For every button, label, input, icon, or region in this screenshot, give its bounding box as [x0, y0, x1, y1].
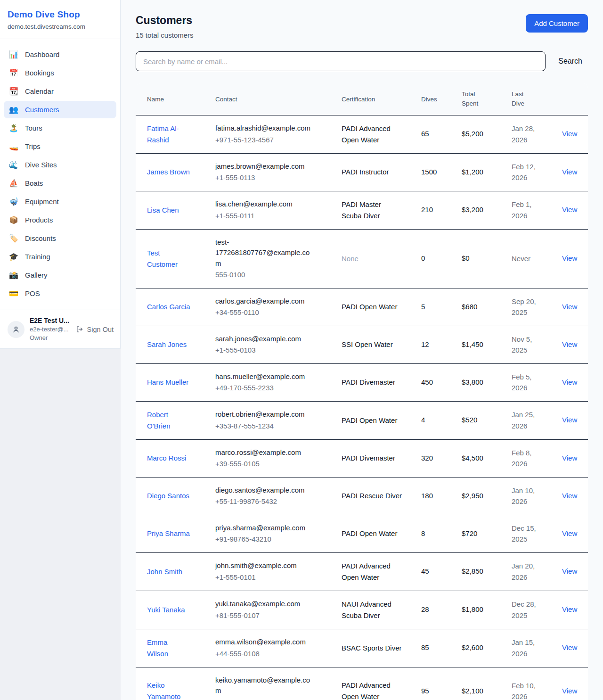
customer-phone: +81-90-1234-5678	[215, 697, 332, 700]
search-input[interactable]	[136, 51, 546, 71]
customer-name-link[interactable]: Diego Santos	[147, 490, 189, 502]
customer-last-dive: Jan 10, 2026	[512, 485, 546, 507]
view-link[interactable]: View	[562, 454, 577, 462]
sidebar-item-dashboard[interactable]: 📊 Dashboard	[4, 46, 116, 63]
customer-email: keiko.yamamoto@example.com	[215, 675, 312, 696]
avatar	[8, 321, 24, 338]
sidebar-item-label: Boats	[25, 179, 43, 187]
sidebar-item-dive-sites[interactable]: 🌊 Dive Sites	[4, 156, 116, 173]
search-button[interactable]: Search	[558, 57, 582, 66]
view-link[interactable]: View	[562, 567, 577, 575]
sidebar-item-trips[interactable]: 🚤 Trips	[4, 138, 116, 155]
view-link[interactable]: View	[562, 643, 577, 651]
view-link[interactable]: View	[562, 687, 577, 695]
customer-dives: 210	[421, 206, 433, 214]
customer-total-spent: $1,800	[462, 605, 483, 613]
customer-dives: 12	[421, 340, 429, 348]
sidebar-item-label: Training	[25, 253, 50, 261]
sign-out-button[interactable]: Sign Out	[76, 325, 114, 333]
user-role: Owner	[30, 334, 71, 342]
page-header-text: Customers 15 total customers	[136, 14, 194, 39]
view-link[interactable]: View	[562, 492, 577, 500]
user-footer: E2E Test U... e2e-tester@... Owner Sign …	[0, 310, 120, 348]
customer-phone: +91-98765-43210	[215, 534, 332, 545]
customer-name-link[interactable]: Yuki Tanaka	[147, 604, 185, 616]
customer-name-link[interactable]: James Brown	[147, 166, 190, 178]
customer-name-link[interactable]: Emma Wilson	[147, 637, 190, 659]
customer-total-spent: $2,950	[462, 492, 483, 500]
customer-last-dive: Feb 1, 2026	[512, 199, 546, 221]
customer-total-spent: $720	[462, 529, 477, 537]
customer-name-link[interactable]: Carlos Garcia	[147, 301, 190, 313]
view-link[interactable]: View	[562, 206, 577, 214]
customer-name-link[interactable]: Keiko Yamamoto	[147, 680, 190, 700]
add-customer-button[interactable]: Add Customer	[526, 14, 588, 33]
view-link[interactable]: View	[562, 529, 577, 537]
view-link[interactable]: View	[562, 340, 577, 348]
sidebar-item-gallery[interactable]: 📸 Gallery	[4, 266, 116, 284]
sidebar-item-customers[interactable]: 👥 Customers	[4, 101, 116, 118]
customer-email: diego.santos@example.com	[215, 485, 312, 496]
customer-last-dive: Sep 20, 2025	[512, 296, 546, 318]
customer-email: yuki.tanaka@example.com	[215, 599, 312, 609]
discounts-icon: 🏷️	[8, 235, 19, 242]
customer-email: hans.mueller@example.com	[215, 371, 312, 382]
customer-last-dive: Dec 15, 2025	[512, 523, 546, 545]
customer-name-link[interactable]: Sarah Jones	[147, 339, 187, 350]
sidebar-item-calendar[interactable]: 📆 Calendar	[4, 82, 116, 100]
sidebar-item-label: Gallery	[25, 271, 48, 279]
customer-dives: 85	[421, 643, 429, 651]
customer-last-dive: Jan 15, 2026	[512, 637, 546, 659]
customer-certification: PADI Open Water	[342, 301, 403, 313]
sidebar-item-bookings[interactable]: 📅 Bookings	[4, 64, 116, 82]
customer-email: john.smith@example.com	[215, 560, 312, 571]
bookings-icon: 📅	[8, 69, 19, 77]
dive-sites-icon: 🌊	[8, 161, 19, 169]
customer-last-dive: Nov 5, 2025	[512, 334, 546, 356]
customer-name-link[interactable]: Test Customer	[147, 247, 190, 270]
tours-icon: 🏝️	[8, 124, 19, 132]
table-row: Priya Sharma priya.sharma@example.com +9…	[136, 515, 588, 552]
view-link[interactable]: View	[562, 168, 577, 176]
customer-name-link[interactable]: Fatima Al-Rashid	[147, 123, 190, 146]
col-header-dives: Dives	[421, 83, 462, 115]
customer-dives: 28	[421, 605, 429, 613]
sidebar-item-label: Equipment	[25, 198, 59, 206]
sidebar-item-training[interactable]: 🎓 Training	[4, 248, 116, 265]
sidebar-item-label: Bookings	[25, 69, 54, 77]
shop-subdomain: demo.test.divestreams.com	[8, 23, 113, 30]
customer-name-link[interactable]: Hans Mueller	[147, 377, 188, 388]
customer-name-link[interactable]: Priya Sharma	[147, 528, 190, 539]
view-link[interactable]: View	[562, 130, 577, 138]
customer-dives: 180	[421, 492, 433, 500]
customer-name-link[interactable]: Marco Rossi	[147, 453, 186, 464]
customer-email: emma.wilson@example.com	[215, 637, 312, 648]
user-name: E2E Test U...	[30, 317, 71, 324]
view-link[interactable]: View	[562, 303, 577, 311]
customer-name-link[interactable]: Robert O'Brien	[147, 409, 190, 432]
sidebar-item-boats[interactable]: ⛵ Boats	[4, 174, 116, 192]
view-link[interactable]: View	[562, 605, 577, 613]
sidebar-item-discounts[interactable]: 🏷️ Discounts	[4, 230, 116, 247]
customers-table: Name Contact Certification Dives Total S…	[136, 83, 588, 700]
sidebar-item-tours[interactable]: 🏝️ Tours	[4, 119, 116, 137]
table-row: Yuki Tanaka yuki.tanaka@example.com +81-…	[136, 591, 588, 629]
customer-name-link[interactable]: John Smith	[147, 566, 182, 577]
customer-email: james.brown@example.com	[215, 161, 312, 172]
customer-total-spent: $2,100	[462, 687, 483, 695]
view-link[interactable]: View	[562, 416, 577, 424]
customer-phone: +1-555-0113	[215, 173, 332, 183]
view-link[interactable]: View	[562, 254, 577, 262]
sidebar-item-equipment[interactable]: 🤿 Equipment	[4, 193, 116, 210]
logout-icon	[76, 325, 84, 333]
customer-total-spent: $680	[462, 303, 477, 311]
view-link[interactable]: View	[562, 378, 577, 386]
sidebar-item-products[interactable]: 📦 Products	[4, 211, 116, 229]
customer-total-spent: $3,800	[462, 378, 483, 386]
customer-name-link[interactable]: Lisa Chen	[147, 205, 179, 216]
sidebar-item-pos[interactable]: 💳 POS	[4, 285, 116, 302]
customer-total-spent: $1,200	[462, 168, 483, 176]
customer-total-spent: $4,500	[462, 454, 483, 462]
customer-dives: 0	[421, 254, 425, 262]
customer-count: 15 total customers	[136, 31, 194, 39]
